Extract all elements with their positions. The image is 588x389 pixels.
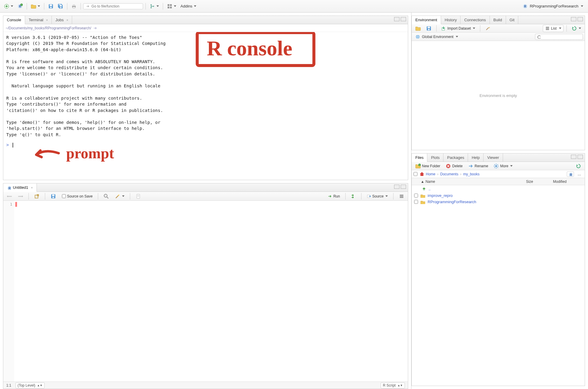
open-file-button[interactable] bbox=[29, 3, 42, 10]
search-icon bbox=[104, 194, 109, 199]
load-workspace-button[interactable] bbox=[414, 25, 423, 32]
col-modified[interactable]: Modified bbox=[553, 180, 583, 184]
pane-minimize[interactable] bbox=[571, 17, 576, 21]
refresh-env-button[interactable] bbox=[570, 25, 583, 32]
list-icon bbox=[545, 26, 549, 31]
delete-button[interactable]: Delete bbox=[444, 163, 464, 169]
source-editor[interactable] bbox=[14, 201, 408, 382]
nav-back-button[interactable]: ⟸ bbox=[5, 194, 14, 199]
rerun-button[interactable] bbox=[349, 193, 358, 200]
pane-minimize[interactable] bbox=[394, 17, 399, 21]
refresh-files-button[interactable] bbox=[574, 163, 583, 169]
addins-button[interactable]: Addins bbox=[179, 3, 198, 9]
svg-text:+: + bbox=[21, 4, 22, 6]
goto-input[interactable] bbox=[92, 4, 140, 8]
clear-workspace-button[interactable] bbox=[483, 25, 492, 32]
pane-maximize[interactable] bbox=[578, 155, 583, 159]
open-folder-icon bbox=[415, 26, 421, 31]
svg-text:prompt: prompt bbox=[66, 146, 114, 162]
file-row[interactable]: RProgrammingForResearch bbox=[412, 199, 585, 205]
console-body[interactable]: R version 3.6.1 (2019-07-05) -- "Action … bbox=[3, 32, 408, 180]
vcs-button[interactable] bbox=[148, 3, 160, 10]
col-name[interactable]: ▲ Name bbox=[421, 180, 526, 184]
more-button[interactable]: More bbox=[492, 163, 514, 169]
code-tools-button[interactable] bbox=[113, 193, 126, 200]
tab-connections[interactable]: Connections bbox=[461, 16, 490, 24]
find-button[interactable] bbox=[102, 193, 111, 200]
gear-icon bbox=[493, 163, 499, 169]
print-button[interactable] bbox=[70, 3, 78, 10]
show-in-new-window-button[interactable] bbox=[32, 193, 41, 200]
pane-layout-button[interactable] bbox=[165, 3, 178, 10]
tab-environment[interactable]: Environment bbox=[412, 16, 441, 24]
view-mode-selector[interactable]: List bbox=[543, 25, 563, 32]
pane-minimize[interactable] bbox=[571, 155, 576, 159]
select-all-files[interactable] bbox=[414, 172, 417, 176]
svg-point-39 bbox=[153, 6, 154, 7]
compile-report-button[interactable] bbox=[134, 193, 143, 200]
pane-maximize[interactable] bbox=[401, 17, 406, 21]
tab-history[interactable]: History bbox=[441, 16, 461, 24]
up-icon bbox=[421, 186, 426, 192]
home-icon[interactable] bbox=[419, 171, 424, 177]
grid-icon bbox=[167, 4, 172, 9]
console-working-dir[interactable]: ~/Documents/my_books/RProgrammingForRese… bbox=[3, 24, 408, 32]
breadcrumb-mybooks[interactable]: my_books bbox=[463, 172, 480, 176]
open-folder-icon bbox=[31, 4, 36, 9]
file-row-up[interactable]: .. bbox=[412, 185, 585, 192]
new-project-button[interactable]: + bbox=[16, 3, 24, 10]
run-button[interactable]: Run bbox=[326, 193, 342, 200]
env-scope-selector[interactable]: Global Environment bbox=[414, 34, 460, 40]
svg-point-38 bbox=[151, 7, 152, 8]
file-row[interactable]: improve_repro bbox=[412, 192, 585, 199]
goto-file-function[interactable] bbox=[83, 3, 143, 9]
tab-viewer[interactable]: Viewer bbox=[484, 154, 503, 162]
pane-maximize[interactable] bbox=[401, 185, 406, 189]
breadcrumb-home[interactable]: Home bbox=[426, 172, 435, 176]
svg-point-37 bbox=[151, 4, 152, 5]
env-empty-message: Environment is empty bbox=[412, 41, 585, 150]
save-icon bbox=[426, 26, 431, 31]
path-more-button[interactable]: … bbox=[576, 171, 583, 177]
tab-git[interactable]: Git bbox=[506, 16, 519, 24]
new-folder-button[interactable]: +New Folder bbox=[414, 163, 442, 169]
save-all-button[interactable] bbox=[56, 3, 65, 10]
scope-selector[interactable]: (Top Level) ▲▼ bbox=[16, 382, 45, 388]
plus-r-icon: + bbox=[17, 4, 23, 9]
source-on-save-toggle[interactable]: Source on Save bbox=[60, 194, 94, 199]
save-button[interactable] bbox=[47, 3, 55, 10]
pane-maximize[interactable] bbox=[578, 17, 583, 21]
save-all-icon bbox=[58, 4, 63, 9]
nav-fwd-button[interactable]: ⟹ bbox=[16, 194, 25, 199]
tab-jobs[interactable]: Jobs× bbox=[52, 16, 72, 24]
new-file-button[interactable] bbox=[2, 3, 15, 10]
source-button[interactable]: Source bbox=[365, 193, 390, 200]
new-file-icon bbox=[4, 4, 9, 9]
language-mode-selector[interactable]: R Script ▲▼ bbox=[381, 382, 405, 388]
project-menu[interactable]: RProgrammingForResearch bbox=[522, 4, 583, 9]
import-icon bbox=[441, 26, 446, 31]
outline-button[interactable] bbox=[397, 193, 406, 200]
tab-source-file[interactable]: Untitled1× bbox=[3, 183, 37, 192]
tab-help[interactable]: Help bbox=[468, 154, 484, 162]
save-workspace-button[interactable] bbox=[424, 25, 433, 32]
goto-project-dir[interactable] bbox=[567, 171, 574, 177]
env-search[interactable] bbox=[535, 34, 583, 40]
tab-console[interactable]: Console bbox=[3, 16, 25, 24]
rename-button[interactable]: Rename bbox=[466, 163, 490, 169]
tab-terminal[interactable]: Terminal× bbox=[25, 16, 52, 24]
tab-files[interactable]: Files bbox=[412, 154, 427, 162]
col-size[interactable]: Size bbox=[526, 180, 553, 184]
import-dataset-button[interactable]: Import Dataset bbox=[440, 25, 477, 32]
save-icon bbox=[48, 4, 54, 9]
new-folder-icon: + bbox=[415, 163, 421, 169]
tab-packages[interactable]: Packages bbox=[443, 154, 468, 162]
save-source-button[interactable] bbox=[49, 193, 58, 200]
delete-icon bbox=[446, 163, 451, 169]
tab-build[interactable]: Build bbox=[490, 16, 506, 24]
tab-plots[interactable]: Plots bbox=[427, 154, 443, 162]
breadcrumb-documents[interactable]: Documents bbox=[440, 172, 458, 176]
folder-icon bbox=[420, 194, 425, 198]
pane-minimize[interactable] bbox=[394, 185, 399, 189]
cursor-position[interactable]: 1:1 bbox=[6, 383, 11, 388]
